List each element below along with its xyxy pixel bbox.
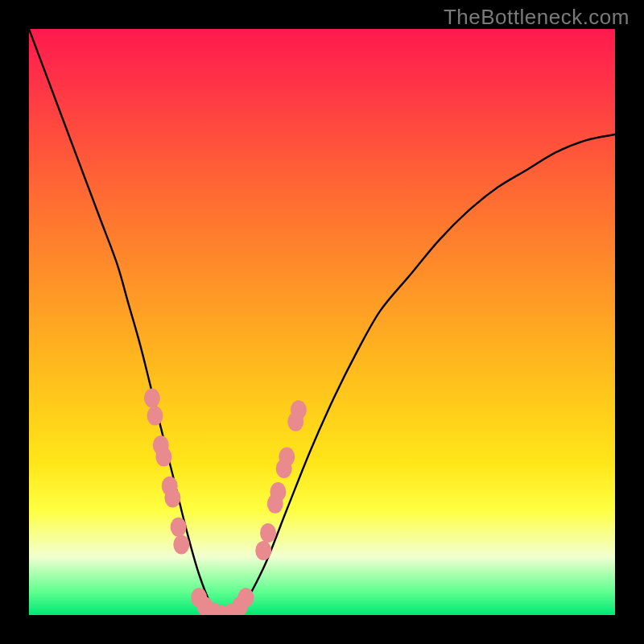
curve-marker — [260, 523, 276, 543]
curve-marker — [291, 400, 307, 419]
curve-marker — [237, 588, 254, 607]
attribution-text: TheBottleneck.com — [444, 5, 630, 30]
curve-marker — [147, 407, 163, 426]
curve-marker — [270, 482, 286, 502]
curve-marker — [171, 518, 187, 537]
curve-marker — [255, 541, 271, 560]
chart-svg — [29, 29, 615, 615]
curve-marker — [173, 535, 189, 555]
curve-marker — [144, 389, 160, 408]
curve-marker — [164, 488, 180, 507]
curve-marker — [279, 447, 295, 466]
marker-group — [144, 389, 307, 615]
curve-marker — [155, 447, 171, 466]
chart-frame — [29, 29, 615, 615]
bottleneck-curve — [29, 29, 615, 615]
